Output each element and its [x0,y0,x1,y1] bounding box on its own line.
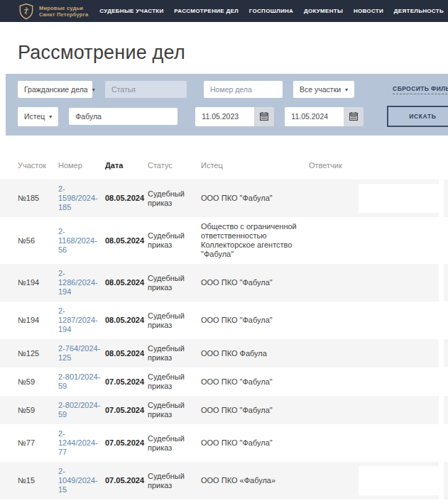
column-header-precinct: Участок [18,161,58,170]
cell-date: 08.05.2024 [105,278,146,287]
cell-date: 08.05.2024 [105,236,146,245]
case-number-link[interactable]: 2-801/2024-59 [58,372,100,390]
cell-date: 07.05.2024 [105,476,146,485]
cell-status: Судебный приказ [148,231,199,250]
cell-plaintiff: ООО ПКО «Фабула» [201,476,307,485]
case-number-link[interactable]: 2-764/2024-125 [58,344,100,362]
date-to-group [285,107,364,126]
cell-precinct: №125 [18,349,58,358]
chevron-down-icon: ▾ [49,114,52,120]
page-title: Рассмотрение дел [18,42,448,64]
chevron-down-icon: ▾ [92,87,95,93]
party-role-value: Истец [24,112,45,121]
shield-logo-icon [18,3,34,20]
case-number-link[interactable]: 2-802/2024-59 [58,401,100,419]
cell-precinct: №194 [18,278,58,287]
table-row: №125 2-764/2024-125 08.05.2024 Судебный … [0,339,448,367]
case-number-link[interactable]: 2-1598/2024-185 [58,184,98,211]
defendant-redaction-box [359,466,439,495]
cell-date: 08.05.2024 [105,194,146,203]
cell-plaintiff: Общество с ограниченной ответственностью… [201,222,307,259]
top-navigation-bar: Мировые судьи Санкт Петербурга СУДЕБНЫЕ … [0,0,448,22]
article-input[interactable] [105,81,187,98]
case-table-body: №185 2-1598/2024-185 08.05.2024 Судебный… [0,179,448,503]
cell-precinct: №15 [18,476,58,485]
cell-precinct: №59 [18,377,58,387]
search-button[interactable]: ИСКАТЬ [387,106,448,127]
table-row: 2- БН [0,499,448,503]
cell-plaintiff: ООО ПКО Фабула [201,349,307,358]
search-filter-panel: Гражданские дела ▾ Все участки ▾ СБРОСИТ… [6,74,448,136]
filter-row-2: Истец ▾ [18,106,448,127]
cell-precinct: №185 [18,194,58,203]
case-number-link[interactable]: 2-1168/2024-56 [58,227,97,254]
column-header-status: Статус [148,161,199,170]
calendar-icon[interactable] [254,107,274,126]
precinct-select[interactable]: Все участки ▾ [293,81,354,98]
column-header-number: Номер [58,161,102,170]
table-row: №194 2-1287/2024-194 08.05.2024 Судебный… [0,302,448,339]
chevron-down-icon: ▾ [345,87,348,93]
table-row: №59 2-802/2024-59 07.05.2024 Судебный пр… [0,396,448,424]
cell-date: 07.05.2024 [105,406,146,415]
case-number-input[interactable] [204,81,283,98]
main-nav: СУДЕБНЫЕ УЧАСТКИ РАССМОТРЕНИЕ ДЕЛ ГОСПОШ… [99,8,444,14]
table-row: №185 2-1598/2024-185 08.05.2024 Судебный… [0,179,448,217]
reset-filter-button[interactable]: СБРОСИТЬ ФИЛЬТР [393,85,448,94]
table-row: №59 2-801/2024-59 07.05.2024 Судебный пр… [0,367,448,396]
precinct-value: Все участки [300,85,341,94]
column-header-plaintiff: Истец [201,161,307,170]
nav-item-documents[interactable]: ДОКУМЕНТЫ [304,8,343,14]
cell-status: Судебный приказ [148,372,199,391]
site-logo[interactable]: Мировые судьи Санкт Петербурга [18,3,88,20]
cell-plaintiff: ООО ПКО "Фабула" [201,278,307,287]
cell-status: Судебный приказ [148,434,199,453]
cell-precinct: №56 [18,236,58,245]
cell-date: 07.05.2024 [105,438,146,448]
cell-status: Судебный приказ [148,311,199,330]
case-number-link[interactable]: 2-1049/2024-15 [58,467,98,494]
cell-status: Судебный приказ [148,344,199,363]
cell-plaintiff: ООО ПКО "Фабула" [201,438,307,448]
case-table: Участок Номер Дата Статус Истец Ответчик… [0,161,448,503]
table-row: №194 2-1286/2024-194 08.05.2024 Судебный… [0,264,448,302]
table-row: №15 2-1049/2024-15 07.05.2024 Судебный п… [0,462,448,499]
defendant-redaction-box [359,184,439,213]
table-row: №56 2-1168/2024-56 08.05.2024 Судебный п… [0,217,448,264]
cell-date: 07.05.2024 [105,377,146,387]
nav-item-news[interactable]: НОВОСТИ [354,8,383,14]
cell-plaintiff: ООО ПКО "Фабула" [201,194,307,203]
column-header-date: Дата [105,161,146,170]
cell-plaintiff: ООО ПКО "Фабула" [201,316,307,325]
cell-precinct: №194 [18,316,58,325]
cell-status: Судебный приказ [148,274,199,292]
cell-plaintiff: ООО ПКО "Фабула" [201,406,307,415]
case-type-value: Гражданские дела [24,85,88,94]
table-row: №77 2-1244/2024-77 07.05.2024 Судебный п… [0,424,448,462]
date-from-input[interactable] [195,107,254,126]
cell-status: Судебный приказ [148,401,199,419]
case-type-select[interactable]: Гражданские дела ▾ [18,81,92,98]
case-number-link[interactable]: 2-1287/2024-194 [58,306,98,333]
nav-item-case-review[interactable]: РАССМОТРЕНИЕ ДЕЛ [174,8,239,14]
cell-precinct: №59 [18,406,58,415]
brand-title: Мировые судьи Санкт Петербурга [39,5,88,18]
nav-item-court-precincts[interactable]: СУДЕБНЫЕ УЧАСТКИ [99,8,163,14]
nav-item-state-duty[interactable]: ГОСПОШЛИНА [249,8,293,14]
cell-status: Судебный приказ [148,472,199,490]
case-number-link[interactable]: 2-1244/2024-77 [58,429,98,456]
cell-date: 08.05.2024 [105,349,146,358]
date-from-group [195,107,274,126]
cell-date: 08.05.2024 [105,316,146,325]
calendar-icon[interactable] [344,107,364,126]
case-table-header: Участок Номер Дата Статус Истец Ответчик [0,161,448,179]
date-to-input[interactable] [285,107,344,126]
cell-precinct: №77 [18,438,58,448]
party-role-select[interactable]: Истец ▾ [18,107,58,126]
cell-plaintiff: ООО ПКО "Фабула" [201,377,307,387]
party-name-input[interactable] [69,108,177,125]
nav-item-activity[interactable]: ДЕЯТЕЛЬНОСТЬ [394,8,444,14]
filter-row-1: Гражданские дела ▾ Все участки ▾ СБРОСИТ… [18,81,448,98]
cell-status: Судебный приказ [148,189,199,208]
case-number-link[interactable]: 2-1286/2024-194 [58,269,98,296]
